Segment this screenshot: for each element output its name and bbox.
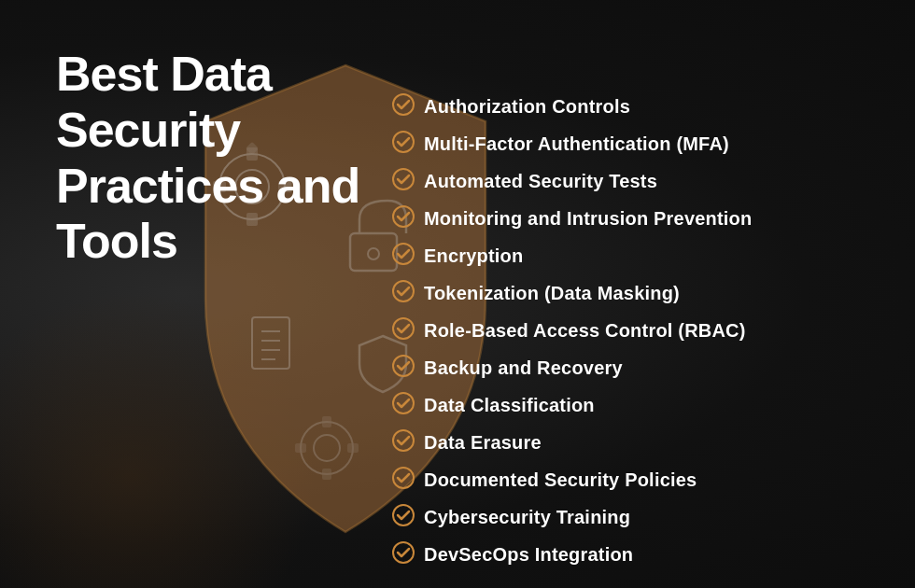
checklist-item-monitoring-intrusion: Monitoring and Intrusion Prevention bbox=[392, 201, 859, 236]
svg-point-30 bbox=[393, 430, 414, 451]
svg-point-33 bbox=[393, 542, 414, 563]
checklist-item-label: Cybersecurity Training bbox=[424, 507, 630, 528]
checklist-item-label: Data Classification bbox=[424, 395, 595, 416]
svg-point-32 bbox=[393, 505, 414, 525]
checklist-item-label: Documented Security Policies bbox=[424, 469, 697, 491]
checklist-item-tokenization: Tokenization (Data Masking) bbox=[392, 275, 859, 311]
check-icon bbox=[392, 280, 415, 306]
svg-point-22 bbox=[393, 132, 414, 152]
checklist-item-cybersecurity-training: Cybersecurity Training bbox=[392, 499, 859, 535]
check-icon bbox=[392, 504, 415, 530]
checklist-item-mfa: Multi-Factor Authentication (MFA) bbox=[392, 126, 859, 161]
checklist-item-encryption: Encryption bbox=[392, 238, 859, 273]
check-icon bbox=[392, 131, 415, 157]
checklist-item-backup-recovery: Backup and Recovery bbox=[392, 350, 859, 385]
checklist-item-devsecops: DevSecOps Integration bbox=[392, 537, 859, 572]
checklist-item-label: Encryption bbox=[424, 245, 523, 267]
svg-point-23 bbox=[393, 169, 414, 189]
svg-point-27 bbox=[393, 318, 414, 339]
svg-point-24 bbox=[393, 206, 414, 227]
main-container: Best Data Security Practices and Tools A… bbox=[0, 0, 915, 588]
svg-point-31 bbox=[393, 468, 414, 488]
checklist-item-label: Role-Based Access Control (RBAC) bbox=[424, 320, 746, 342]
check-icon bbox=[392, 541, 415, 567]
check-icon bbox=[392, 429, 415, 455]
checklist-item-data-classification: Data Classification bbox=[392, 387, 859, 423]
checklist-item-rbac: Role-Based Access Control (RBAC) bbox=[392, 313, 859, 348]
title-panel: Best Data Security Practices and Tools bbox=[56, 37, 392, 270]
checklist-item-label: Monitoring and Intrusion Prevention bbox=[424, 208, 752, 230]
checklist-item-label: DevSecOps Integration bbox=[424, 544, 633, 566]
svg-point-29 bbox=[393, 393, 414, 413]
checklist-item-label: Backup and Recovery bbox=[424, 357, 623, 379]
check-icon bbox=[392, 317, 415, 343]
check-icon bbox=[392, 168, 415, 194]
checklist-item-label: Authorization Controls bbox=[424, 96, 630, 118]
checklist-item-documented-policies: Documented Security Policies bbox=[392, 462, 859, 497]
check-icon bbox=[392, 205, 415, 231]
svg-point-21 bbox=[393, 94, 414, 115]
checklist-item-label: Tokenization (Data Masking) bbox=[424, 283, 680, 304]
page-title: Best Data Security Practices and Tools bbox=[56, 47, 392, 270]
security-checklist: Authorization Controls Multi-Factor Auth… bbox=[392, 89, 859, 572]
checklist-panel: Authorization Controls Multi-Factor Auth… bbox=[392, 37, 859, 572]
svg-point-26 bbox=[393, 281, 414, 301]
check-icon bbox=[392, 243, 415, 269]
checklist-item-label: Automated Security Tests bbox=[424, 171, 657, 192]
check-icon bbox=[392, 392, 415, 418]
svg-point-28 bbox=[393, 356, 414, 376]
checklist-item-label: Multi-Factor Authentication (MFA) bbox=[424, 133, 729, 155]
check-icon bbox=[392, 355, 415, 381]
check-icon bbox=[392, 93, 415, 119]
check-icon bbox=[392, 467, 415, 493]
svg-point-25 bbox=[393, 244, 414, 264]
checklist-item-label: Data Erasure bbox=[424, 432, 542, 454]
checklist-item-automated-security-tests: Automated Security Tests bbox=[392, 163, 859, 199]
checklist-item-authorization-controls: Authorization Controls bbox=[392, 89, 859, 124]
checklist-item-data-erasure: Data Erasure bbox=[392, 425, 859, 460]
